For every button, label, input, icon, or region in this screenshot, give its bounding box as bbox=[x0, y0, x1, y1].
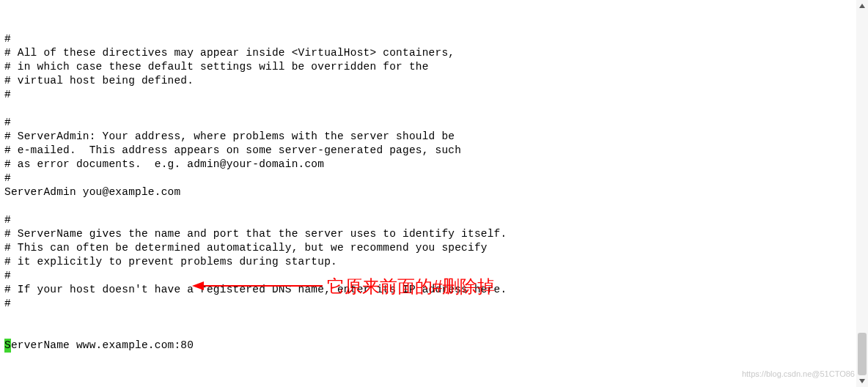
config-line: # bbox=[4, 88, 868, 102]
cursor-line[interactable]: ServerName www.example.com:80 bbox=[4, 339, 868, 353]
config-file-text: ## All of these directives may appear in… bbox=[0, 0, 868, 387]
config-line: # ServerAdmin: Your address, where probl… bbox=[4, 130, 868, 144]
config-line: ServerAdmin you@example.com bbox=[4, 185, 868, 199]
annotation-text: 它原来前面的#删除掉 bbox=[327, 279, 495, 293]
svg-marker-2 bbox=[859, 4, 865, 8]
config-line bbox=[4, 199, 868, 213]
config-line: # ServerName gives the name and port tha… bbox=[4, 227, 868, 241]
config-line: # it explicitly to prevent problems duri… bbox=[4, 255, 868, 269]
config-line: # bbox=[4, 213, 868, 227]
config-line: # as error documents. e.g. admin@your-do… bbox=[4, 158, 868, 172]
config-line bbox=[4, 102, 868, 116]
scroll-down-icon[interactable] bbox=[856, 375, 868, 387]
svg-marker-3 bbox=[859, 379, 865, 383]
config-line: # in which case these default settings w… bbox=[4, 60, 868, 74]
config-line: # virtual host being defined. bbox=[4, 74, 868, 88]
config-line: # bbox=[4, 116, 868, 130]
config-line: # bbox=[4, 32, 868, 46]
annotation: 它原来前面的#删除掉 bbox=[192, 277, 495, 295]
config-line: # This can often be determined automatic… bbox=[4, 241, 868, 255]
config-line: # All of these directives may appear ins… bbox=[4, 46, 868, 60]
scroll-up-icon[interactable] bbox=[856, 0, 868, 12]
scrollbar-thumb[interactable] bbox=[858, 333, 867, 375]
scrollbar-track[interactable] bbox=[856, 0, 868, 387]
cursor-char: S bbox=[4, 339, 11, 353]
config-line bbox=[4, 380, 868, 387]
arrow-left-icon bbox=[192, 277, 323, 295]
config-line: # bbox=[4, 297, 868, 311]
cursor-line-rest: erverName www.example.com:80 bbox=[11, 339, 194, 351]
config-line: # e-mailed. This address appears on some… bbox=[4, 144, 868, 158]
svg-marker-1 bbox=[192, 281, 204, 290]
config-line: # bbox=[4, 172, 868, 185]
watermark: https://blog.csdn.ne@51CTO86 bbox=[742, 367, 855, 381]
